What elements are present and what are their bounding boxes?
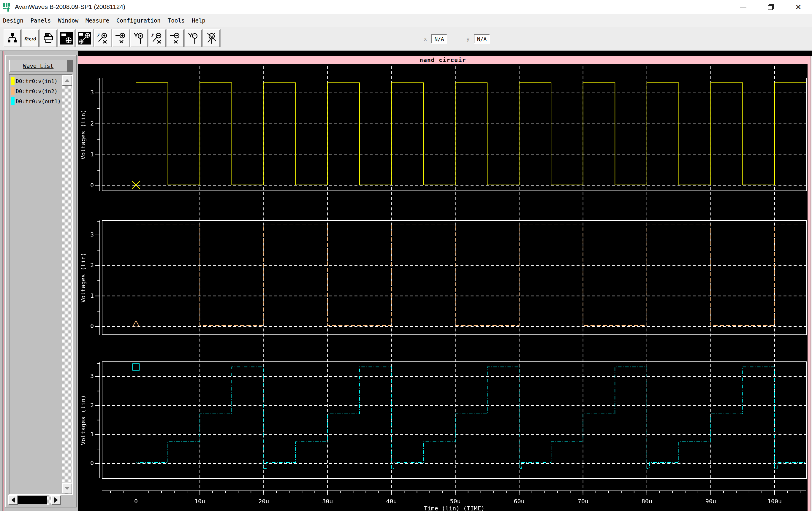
window-title: AvanWaves B-2008.09-SP1 (20081124) — [15, 3, 125, 10]
wave-list-panel: Wave List D0:tr0:v(in1) D0:tr0:v(in2) D0… — [5, 55, 77, 507]
scroll-left-icon — [11, 498, 15, 503]
plot-right-margin — [808, 56, 811, 511]
restore-button[interactable] — [757, 0, 784, 14]
zoom-out-y-button[interactable] — [185, 29, 202, 47]
scroll-right-button[interactable] — [51, 495, 61, 505]
zoom-out-x-button[interactable] — [167, 29, 184, 47]
cursor-y-label: y — [466, 36, 469, 42]
wave-list: D0:tr0:v(in1) D0:tr0:v(in2) D0:tr0:v(out… — [9, 74, 73, 495]
scroll-right-icon — [54, 498, 58, 503]
wave-color-swatch — [11, 77, 14, 85]
menu-panels[interactable]: Panels — [31, 17, 51, 24]
wave-color-swatch — [11, 87, 14, 95]
design-browser-button[interactable] — [4, 29, 21, 47]
wave-color-swatch — [11, 97, 14, 105]
scroll-up-icon — [64, 79, 70, 82]
zoom-in-x-icon — [115, 32, 127, 44]
wave-list-item[interactable]: D0:tr0:v(in1) — [11, 77, 58, 85]
menu-configuration[interactable]: Configuration — [116, 17, 161, 24]
zoom-off-icon — [205, 32, 217, 44]
wave-list-header-button[interactable]: Wave List — [9, 60, 67, 72]
scroll-down-icon — [64, 487, 70, 490]
cursor-x-value: N/A — [431, 34, 447, 43]
hierarchy-icon — [6, 32, 18, 44]
minimize-button[interactable] — [729, 0, 757, 14]
restore-icon — [768, 4, 774, 10]
title-bar: AvanWaves B-2008.09-SP1 (20081124) ✕ — [0, 0, 812, 14]
zoom-out-x-icon — [169, 32, 181, 44]
cursor-x-label: x — [424, 36, 427, 42]
wave-item-label: D0:tr0:v(out1) — [16, 98, 61, 104]
zoom-off-button[interactable] — [203, 29, 220, 47]
panel-full-fit-button[interactable] — [58, 29, 75, 47]
frame-accent — [3, 51, 4, 511]
zoom-in-xy-button[interactable]: y — [94, 29, 111, 47]
zoom-out-xy-button[interactable]: y — [148, 29, 166, 47]
zoom-region-button[interactable] — [76, 29, 93, 47]
zoom-in-y-button[interactable] — [130, 29, 148, 47]
full-fit-icon — [60, 32, 73, 45]
close-icon: ✕ — [795, 3, 802, 11]
horizontal-scrollbar-thumb[interactable] — [18, 496, 47, 504]
zoom-in-x-button[interactable] — [112, 29, 129, 47]
zoom-out-y-icon — [187, 32, 199, 44]
zoom-in-xy-icon: y — [97, 32, 109, 44]
vertical-scrollbar-track[interactable] — [62, 75, 72, 494]
zoom-region-icon — [78, 32, 91, 45]
close-button[interactable]: ✕ — [785, 0, 812, 14]
menu-bar: Design Panels Window Measure Configurati… — [0, 14, 812, 27]
svg-text:f(x,y): f(x,y) — [24, 36, 36, 41]
cursor-y-value: N/A — [474, 34, 490, 43]
cursor-readout: x N/A y N/A — [424, 27, 490, 51]
print-button[interactable] — [40, 29, 57, 47]
svg-text:y: y — [97, 32, 100, 37]
menu-window[interactable]: Window — [58, 17, 78, 24]
svg-text:y: y — [151, 32, 154, 37]
avanwaves-window: AvanWaves B-2008.09-SP1 (20081124) ✕ Des… — [0, 0, 812, 511]
zoom-in-y-icon — [133, 32, 145, 44]
function-icon: f(x,y) — [24, 32, 37, 44]
wave-list-grip[interactable] — [67, 60, 73, 72]
menu-tools[interactable]: Tools — [168, 17, 185, 24]
scroll-left-button[interactable] — [8, 495, 18, 505]
scroll-up-button[interactable] — [62, 76, 72, 86]
waveform-plot[interactable] — [78, 64, 812, 511]
wave-item-label: D0:tr0:v(in2) — [16, 88, 58, 94]
minimize-icon — [740, 7, 746, 7]
wave-list-item[interactable]: D0:tr0:v(in2) — [11, 87, 58, 95]
app-icon — [2, 2, 12, 12]
menu-help[interactable]: Help — [192, 17, 205, 24]
horizontal-scrollbar-track[interactable] — [47, 495, 51, 505]
wave-list-item[interactable]: D0:tr0:v(out1) — [11, 97, 61, 106]
wave-item-label: D0:tr0:v(in1) — [16, 78, 58, 84]
expressions-button[interactable]: f(x,y) — [22, 29, 39, 47]
menu-measure[interactable]: Measure — [86, 17, 109, 24]
zoom-out-xy-icon: y — [151, 32, 163, 44]
menu-design[interactable]: Design — [3, 17, 24, 24]
printer-icon — [42, 32, 54, 44]
scroll-down-button[interactable] — [62, 483, 72, 493]
toolbar: f(x,y) — [0, 27, 812, 51]
plot-title-bar: nand circuir — [78, 56, 808, 64]
